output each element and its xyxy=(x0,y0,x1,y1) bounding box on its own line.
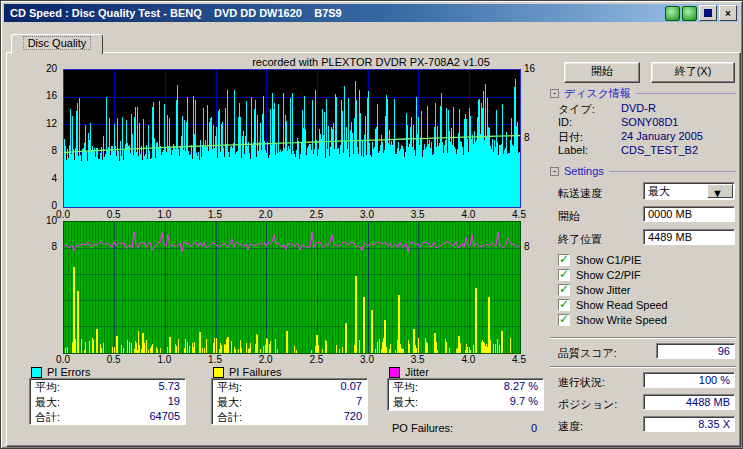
axis-tick: 1.5 xyxy=(200,354,230,365)
disc-icon-2[interactable] xyxy=(682,6,697,21)
start-position-field[interactable]: 0000 MB xyxy=(643,206,735,222)
disc-label-value: CDS_TEST_B2 xyxy=(621,144,698,156)
checkbox-show-c2pif-label: Show C2/PIF xyxy=(576,269,641,281)
settings-header: - Settings xyxy=(550,165,736,177)
tab-disc-quality[interactable]: Disc Quality xyxy=(11,34,103,54)
check-icon: ✓ xyxy=(559,267,569,281)
tab-label: Disc Quality xyxy=(23,36,92,50)
pi-errors-swatch xyxy=(31,367,42,378)
checkbox-show-read-speed[interactable]: ✓ xyxy=(558,299,570,311)
disc-date-value: 24 January 2005 xyxy=(621,130,703,142)
legend-row: 合計:64705 xyxy=(30,409,185,424)
checkbox-show-read-speed-label: Show Read Speed xyxy=(576,299,668,311)
axis-tick: 4.5 xyxy=(504,209,534,220)
position-field: 4488 MB xyxy=(643,394,735,410)
axis-tick: 10 xyxy=(33,215,57,226)
legend-row: 合計:720 xyxy=(212,409,367,424)
check-icon: ✓ xyxy=(559,297,569,311)
legend-row: 平均:0.07 xyxy=(212,379,367,394)
legend-pi-failures: PI Failures xyxy=(213,366,282,378)
jitter-swatch xyxy=(389,367,400,378)
quality-score-value: 96 xyxy=(657,344,734,358)
collapse-icon[interactable]: - xyxy=(550,167,559,176)
end-position-field[interactable]: 4489 MB xyxy=(643,229,735,245)
axis-tick: 8 xyxy=(524,241,546,252)
progress-field: 100 % xyxy=(643,372,735,388)
end-position-label: 終了位置 xyxy=(558,232,602,247)
progress-value: 100 % xyxy=(644,373,734,387)
axis-tick: 12 xyxy=(33,118,57,129)
app-window: CD Speed : Disc Quality Test - BENQ DVD … xyxy=(0,0,743,449)
pi-errors-box: 平均:5.73 最大:19 合計:64705 xyxy=(29,378,186,425)
legend-pi-errors: PI Errors xyxy=(31,366,90,378)
jitter-box: 平均:8.27 % 最大:9.7 % xyxy=(387,378,544,411)
checkbox-show-jitter[interactable]: ✓ xyxy=(558,284,570,296)
position-label: ポジション: xyxy=(558,397,617,412)
checkbox-show-write-speed-label: Show Write Speed xyxy=(576,314,667,326)
disc-icon-1[interactable] xyxy=(665,6,680,21)
axis-tick: 4 xyxy=(33,173,57,184)
separator xyxy=(550,366,736,368)
disc-type-label: タイプ: xyxy=(558,102,595,117)
legend-row: 最大:19 xyxy=(30,394,185,409)
axis-tick: 16 xyxy=(524,63,546,74)
close-button[interactable]: × xyxy=(719,5,737,21)
check-icon: ✓ xyxy=(559,282,569,296)
pie-errors-chart xyxy=(63,69,521,208)
section-rule xyxy=(609,171,736,172)
section-rule xyxy=(636,93,736,94)
axis-tick: 8 xyxy=(33,145,57,156)
transfer-speed-select[interactable]: 最大 ▼ xyxy=(643,182,735,200)
exit-button[interactable]: 終了(X) xyxy=(651,62,735,83)
transfer-speed-label: 転送速度 xyxy=(558,186,602,201)
axis-tick: 3.0 xyxy=(352,354,382,365)
axis-tick: 1.0 xyxy=(149,209,179,220)
disc-type-value: DVD-R xyxy=(621,102,656,114)
titlebar[interactable]: CD Speed : Disc Quality Test - BENQ DVD … xyxy=(4,4,739,22)
axis-tick: 0.0 xyxy=(48,354,78,365)
quality-score-label: 品質スコア: xyxy=(558,346,617,361)
axis-tick: 8 xyxy=(524,132,546,143)
speed-label: 速度: xyxy=(558,419,583,434)
legend-jitter: Jitter xyxy=(389,366,429,378)
axis-tick: 4.5 xyxy=(504,354,534,365)
collapse-icon[interactable]: - xyxy=(550,89,559,98)
legend-row: 最大:9.7 % xyxy=(388,394,543,409)
start-test-button[interactable]: 開始 xyxy=(564,62,640,83)
separator xyxy=(550,337,736,339)
axis-tick: 4.0 xyxy=(453,354,483,365)
start-position-value: 0000 MB xyxy=(644,207,734,221)
check-icon: ✓ xyxy=(559,252,569,266)
axis-tick: 3.5 xyxy=(403,209,433,220)
legend-row: 最大:7 xyxy=(212,394,367,409)
disc-label-label: Label: xyxy=(558,144,588,156)
progress-label: 進行状況: xyxy=(558,375,605,390)
disc-id-value: SONY08D1 xyxy=(621,116,678,128)
check-icon: ✓ xyxy=(559,312,569,326)
speed-value: 8.35 X xyxy=(644,417,734,431)
axis-tick: 2.0 xyxy=(251,209,281,220)
position-value: 4488 MB xyxy=(644,395,734,409)
start-position-label: 開始 xyxy=(558,209,580,224)
end-position-value: 4489 MB xyxy=(644,230,734,244)
checkbox-show-c1pie[interactable]: ✓ xyxy=(558,254,570,266)
checkbox-show-c1pie-label: Show C1/PIE xyxy=(576,254,641,266)
pif-jitter-chart xyxy=(63,221,521,354)
axis-tick: 2.5 xyxy=(301,354,331,365)
checkbox-show-c2pif[interactable]: ✓ xyxy=(558,269,570,281)
chevron-down-icon[interactable]: ▼ xyxy=(707,184,733,198)
pi-failures-swatch xyxy=(213,367,224,378)
axis-tick: 20 xyxy=(33,63,57,74)
po-failures-value: 0 xyxy=(471,422,537,434)
maximize-button[interactable] xyxy=(699,5,717,21)
jitter-label: Jitter xyxy=(405,366,429,378)
disc-date-label: 日付: xyxy=(558,130,583,145)
axis-tick: 3.5 xyxy=(403,354,433,365)
window-title: CD Speed : Disc Quality Test - BENQ DVD … xyxy=(4,7,342,19)
checkbox-show-write-speed[interactable]: ✓ xyxy=(558,314,570,326)
axis-tick: 4.0 xyxy=(453,209,483,220)
axis-tick: 2.0 xyxy=(251,354,281,365)
disc-info-title: ディスク情報 xyxy=(564,86,631,101)
maximize-icon xyxy=(704,9,712,17)
axis-tick: 3.0 xyxy=(352,209,382,220)
